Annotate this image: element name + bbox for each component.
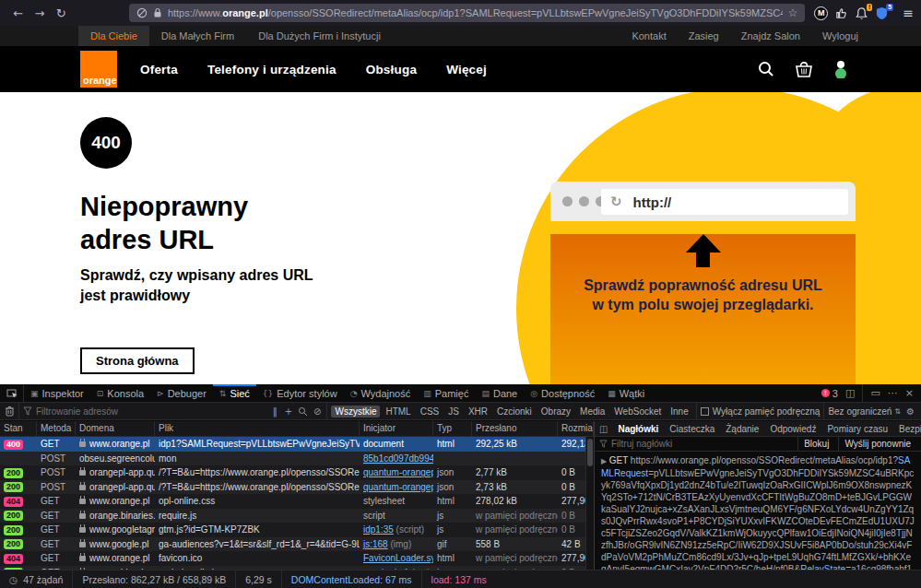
initiator-link[interactable]: js:168	[363, 539, 388, 549]
clear-requests-icon[interactable]	[5, 406, 15, 417]
column-header-domena[interactable]: Domena	[76, 421, 155, 436]
details-tab-bezpieczeństwo[interactable]: Bezpieczeństwo	[893, 421, 921, 437]
meatball-menu-icon[interactable]: ⋯	[888, 387, 898, 399]
devtools-tab-wydajność[interactable]: ◔Wydajność	[344, 384, 418, 402]
bookmark-star-icon[interactable]: ☆	[788, 6, 798, 19]
address-bar[interactable]: https://www.orange.pl/opensso/SSORedirec…	[129, 4, 805, 22]
pause-icon[interactable]: ‖	[271, 406, 279, 417]
type-filter-js[interactable]: JS	[444, 406, 463, 417]
request-row[interactable]: 200GETwww.googletagm...gtm.js?id=GTM-KP7…	[0, 523, 594, 537]
devtools-tab-inspektor[interactable]: ▣Inspektor	[24, 384, 90, 402]
type-filter-wszystkie[interactable]: Wszystkie	[331, 406, 380, 417]
details-tab-żądanie[interactable]: Żądanie	[720, 421, 764, 437]
basket-icon[interactable]	[794, 60, 814, 78]
main-nav-item-obsługa[interactable]: Obsługa	[366, 63, 417, 76]
type-filter-html[interactable]: HTML	[382, 406, 414, 417]
details-tab-nagłówki[interactable]: Nagłówki	[612, 421, 664, 437]
request-row[interactable]: 200POSTorangepl-app.qua.../?T=B&u=https:…	[0, 480, 594, 495]
type-filter-xhr[interactable]: XHR	[465, 406, 491, 417]
initiator-link[interactable]: quantum-orangepl.js:...	[363, 482, 433, 492]
initiator-link[interactable]: FaviconLoader.sys.mjs...	[363, 553, 433, 563]
responsive-mode-icon[interactable]: ▭	[870, 387, 880, 399]
request-row[interactable]: 404GETwww.orange.plfavicon.icoFaviconLoa…	[0, 551, 594, 566]
type-filter-css[interactable]: CSS	[417, 406, 443, 417]
devtools-tab-debuger[interactable]: ⊳Debuger	[150, 384, 213, 402]
orange-logo[interactable]: orange	[80, 51, 117, 88]
topbar-link-kontakt[interactable]: Kontakt	[632, 30, 666, 41]
type-filter-obrazy[interactable]: Obrazy	[537, 406, 574, 417]
topbar-link-znajdz-salon[interactable]: Znajdz Salon	[741, 30, 800, 41]
back-button[interactable]: ←	[7, 6, 29, 20]
close-devtools-icon[interactable]: ×	[905, 387, 914, 399]
home-button[interactable]: Strona główna	[80, 347, 195, 374]
topbar-segment-dla-małych-firm[interactable]: Dla Małych Firm	[149, 26, 246, 46]
devtools-tab-wątki[interactable]: ▦Wątki	[601, 384, 651, 402]
element-picker-icon[interactable]	[0, 384, 24, 402]
request-row[interactable]: 200POSTorangepl-app.qua.../?T=B&u=https:…	[0, 465, 594, 480]
topbar-segment-dla-dużych-firm-i-instytucji[interactable]: Dla Dużych Firm i Instytucji	[246, 26, 393, 46]
har-add-icon[interactable]: +	[283, 406, 294, 417]
network-filter-input[interactable]	[36, 406, 267, 417]
lock-icon[interactable]	[153, 7, 162, 18]
bell-extension-icon[interactable]: !	[855, 6, 868, 20]
error-count[interactable]: ! 3	[821, 388, 838, 399]
topbar-segment-dla-ciebie[interactable]: Dla Ciebie	[78, 26, 149, 46]
initiator-link[interactable]: idp1:35	[363, 524, 394, 535]
settings-gear-icon[interactable]: ⚙	[904, 406, 916, 417]
details-tab-pomiary-czasu[interactable]: Pomiary czasu	[821, 421, 893, 437]
column-header-inicjator[interactable]: Inicjator	[360, 421, 433, 436]
reload-button[interactable]: ↻	[51, 6, 72, 20]
details-tab-ciasteczka[interactable]: Ciasteczka	[664, 421, 720, 437]
main-nav-item-telefony-i-urządzenia[interactable]: Telefony i urządzenia	[207, 63, 337, 76]
request-row[interactable]: 400GETwww.orange.plidp1?SAMLRequest=pVLL…	[0, 437, 594, 452]
main-nav-item-oferta[interactable]: Oferta	[140, 63, 178, 76]
headers-filter-input[interactable]	[611, 439, 794, 449]
column-header-metoda[interactable]: Metoda	[37, 421, 76, 436]
shield-extension-icon[interactable]: 5	[875, 6, 889, 20]
account-icon[interactable]	[832, 60, 849, 78]
topbar-link-wyloguj[interactable]: Wyloguj	[822, 30, 858, 41]
requests-scrollbar[interactable]	[585, 437, 594, 570]
resend-button[interactable]: Wyślij ponownie	[838, 437, 916, 452]
panel-toggle-icon[interactable]: ◫	[595, 424, 612, 434]
search-requests-icon[interactable]	[298, 406, 308, 417]
search-icon[interactable]	[757, 60, 775, 78]
request-row[interactable]: 200GETorange.binaries.plrequire.jsscript…	[0, 509, 594, 523]
column-header-rozmiar[interactable]: Rozmiar	[558, 421, 594, 436]
block-requests-icon[interactable]: ⊘	[312, 406, 323, 417]
main-nav-item-więcej[interactable]: Więcej	[446, 63, 487, 76]
hamburger-menu-icon[interactable]: ≡	[903, 6, 914, 20]
scrollbar-thumb[interactable]	[587, 439, 593, 466]
topbar-link-zasieg[interactable]: Zasieg	[689, 30, 719, 41]
column-header-stan[interactable]: Stan	[0, 421, 37, 436]
details-tab-odpowiedź[interactable]: Odpowiedź	[764, 421, 821, 437]
extension-m-icon[interactable]: M	[814, 6, 828, 20]
devtools-tab-edytor-stylów[interactable]: {}Edytor stylów	[256, 384, 344, 402]
thumbs-up-extension-icon[interactable]	[834, 6, 848, 20]
request-row[interactable]: POSTobseu.segreencolumn...mon85b1cd097db…	[0, 452, 594, 466]
devtools-tab-dane[interactable]: ▤Dane	[475, 384, 524, 402]
tracking-protection-icon[interactable]	[136, 7, 148, 18]
column-header-plik[interactable]: Plik	[155, 421, 360, 436]
type-filter-media[interactable]: Media	[576, 406, 608, 417]
devtools-tab-pamięć[interactable]: ▥Pamięć	[417, 384, 475, 402]
type-filter-inne[interactable]: Inne	[667, 406, 691, 417]
column-header-typ[interactable]: Typ	[433, 421, 472, 436]
disclosure-triangle-icon[interactable]: ▶	[601, 457, 609, 465]
split-console-icon[interactable]: ◫	[845, 387, 855, 399]
block-button[interactable]: Blokuj	[797, 437, 834, 452]
request-row[interactable]: 200GETwww.google.plga-audiences?v=1&t=sr…	[0, 537, 594, 552]
throttle-select[interactable]: Bez ograniczeń ⇅	[828, 406, 901, 417]
disable-cache-checkbox[interactable]: Wyłącz pamięć podręczną	[701, 406, 821, 417]
devtools-tab-dostępność[interactable]: ◎Dostępność	[524, 384, 601, 402]
forward-button[interactable]: →	[29, 6, 50, 20]
file-cell: require.js	[155, 511, 360, 521]
column-header-przesłano[interactable]: Przesłano	[472, 421, 558, 436]
initiator-link[interactable]: quantum-orangepl.js:...	[363, 467, 433, 477]
type-filter-websocket[interactable]: WebSocket	[610, 406, 665, 417]
initiator-link[interactable]: 85b1cd097db99449de...	[363, 453, 433, 464]
type-filter-czcionki[interactable]: Czcionki	[493, 406, 536, 417]
request-row[interactable]: 404GETwww.orange.plopl-online.cssstylesh…	[0, 494, 594, 509]
devtools-tab-sieć[interactable]: ⇅Sieć	[213, 384, 256, 402]
devtools-tab-konsola[interactable]: ⊡Konsola	[90, 384, 150, 402]
